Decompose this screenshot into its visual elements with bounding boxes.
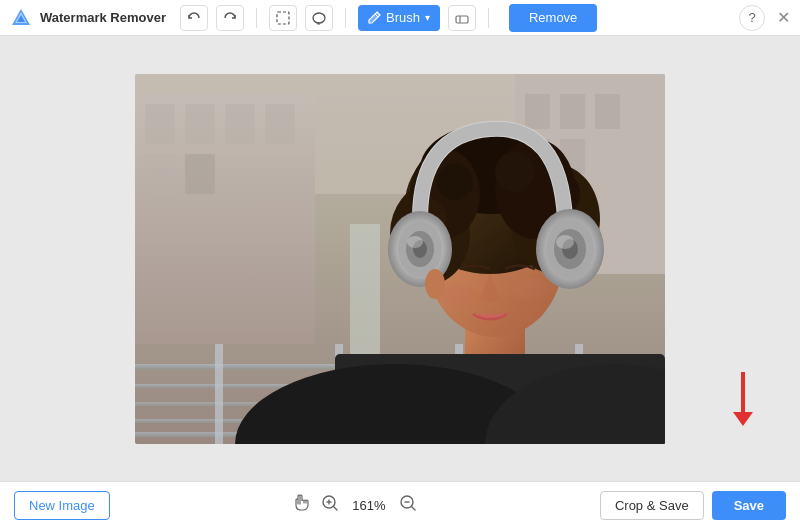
svg-rect-26 xyxy=(215,344,223,444)
svg-point-55 xyxy=(556,235,574,249)
svg-rect-9 xyxy=(145,104,175,144)
svg-rect-4 xyxy=(456,16,468,23)
main-canvas-area xyxy=(0,36,800,481)
title-bar: Watermark Remover Brush ▾ xyxy=(0,0,800,36)
svg-rect-14 xyxy=(185,154,215,194)
bottom-toolbar: New Image 161% C xyxy=(0,481,800,528)
svg-rect-3 xyxy=(277,12,289,24)
pan-tool-icon[interactable] xyxy=(293,494,311,516)
svg-line-64 xyxy=(333,507,337,511)
svg-line-67 xyxy=(411,507,415,511)
redo-button[interactable] xyxy=(216,5,244,31)
separator2 xyxy=(345,8,346,28)
save-button[interactable]: Save xyxy=(712,491,786,520)
svg-rect-17 xyxy=(560,94,585,129)
brush-tool-button[interactable]: Brush ▾ xyxy=(358,5,440,31)
separator xyxy=(256,8,257,28)
help-button[interactable]: ? xyxy=(739,5,765,31)
photo-image xyxy=(135,74,665,444)
arrow-head xyxy=(733,412,753,426)
svg-point-43 xyxy=(495,152,535,192)
bottom-right-controls: Crop & Save Save xyxy=(600,491,786,520)
eraser-tool-button[interactable] xyxy=(448,5,476,31)
undo-button[interactable] xyxy=(180,5,208,31)
separator3 xyxy=(488,8,489,28)
crop-save-button[interactable]: Crop & Save xyxy=(600,491,704,520)
svg-rect-13 xyxy=(145,154,175,194)
svg-rect-16 xyxy=(525,94,550,129)
svg-rect-10 xyxy=(185,104,215,144)
bottom-left-controls: New Image xyxy=(14,491,110,520)
svg-rect-18 xyxy=(595,94,620,129)
image-canvas[interactable] xyxy=(135,74,665,444)
svg-rect-12 xyxy=(265,104,295,144)
arrow-shaft xyxy=(741,372,745,412)
zoom-in-icon[interactable] xyxy=(321,494,339,516)
new-image-button[interactable]: New Image xyxy=(14,491,110,520)
lasso-tool-button[interactable] xyxy=(305,5,333,31)
brush-dropdown-icon: ▾ xyxy=(425,12,430,23)
zoom-out-icon[interactable] xyxy=(399,494,417,516)
svg-point-59 xyxy=(512,278,548,300)
zoom-controls: 161% xyxy=(110,494,600,516)
app-logo xyxy=(10,7,32,29)
selection-tool-button[interactable] xyxy=(269,5,297,31)
svg-point-60 xyxy=(425,269,445,299)
svg-point-54 xyxy=(407,236,423,248)
brush-label: Brush xyxy=(386,10,420,25)
app-title: Watermark Remover xyxy=(40,10,166,25)
zoom-level-display: 161% xyxy=(349,498,389,513)
svg-point-42 xyxy=(437,164,473,200)
save-arrow-indicator xyxy=(733,372,753,426)
svg-rect-11 xyxy=(225,104,255,144)
close-button[interactable]: ✕ xyxy=(777,8,790,27)
remove-button[interactable]: Remove xyxy=(509,4,597,32)
